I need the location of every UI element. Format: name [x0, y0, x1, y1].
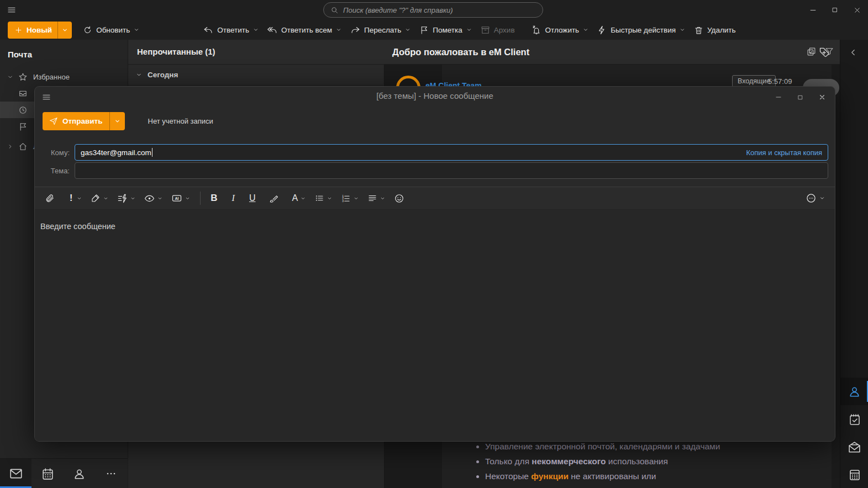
- snooze-bell-icon: [532, 25, 541, 35]
- compose-minimize-button[interactable]: [775, 93, 782, 101]
- features-link[interactable]: функции: [531, 471, 569, 481]
- snooze-button[interactable]: Отложить: [527, 22, 593, 38]
- eye-icon: [144, 193, 155, 204]
- rail-agenda-button[interactable]: [840, 461, 868, 488]
- delete-button[interactable]: Удалить: [690, 22, 740, 38]
- nav-contacts-button[interactable]: [64, 459, 95, 488]
- rail-invitations-button[interactable]: [840, 433, 868, 461]
- favorites-label: Избранное: [33, 73, 70, 81]
- rail-contacts-button[interactable]: [840, 378, 868, 405]
- star-icon: [18, 72, 28, 82]
- chevron-down-icon: [7, 74, 13, 80]
- more-formatting-button[interactable]: [802, 190, 828, 206]
- quick-actions-label: Быстрые действия: [611, 26, 676, 34]
- app-titlebar: Поиск (введите "?" для справки): [0, 0, 868, 20]
- align-button[interactable]: [364, 191, 388, 205]
- compose-titlebar[interactable]: [без темы] - Новое сообщение: [35, 87, 835, 108]
- reply-all-icon: [267, 25, 277, 35]
- delete-label: Удалить: [707, 26, 736, 34]
- cc-bcc-link[interactable]: Копия и скрытая копия: [746, 148, 822, 157]
- refresh-button[interactable]: Обновить: [78, 22, 144, 38]
- add-tag-icon[interactable]: [818, 46, 830, 58]
- priority-button[interactable]: !: [65, 191, 85, 205]
- paper-plane-icon: [49, 116, 58, 125]
- flag-button[interactable]: Пометка: [415, 22, 476, 38]
- nav-calendar-button[interactable]: [32, 459, 64, 488]
- to-input[interactable]: gas34ter@gmail.com Копия и скрытая копия: [75, 144, 828, 161]
- chevron-down-icon: [680, 27, 685, 33]
- new-dropdown-arrow[interactable]: [58, 27, 72, 33]
- message-group-today[interactable]: Сегодня: [128, 65, 383, 86]
- archive-label: Архив: [494, 26, 515, 34]
- message-list-title: Непрочитанные (1): [137, 47, 215, 56]
- new-button-label: Новый: [27, 26, 52, 34]
- format-painter-button[interactable]: [266, 191, 282, 205]
- main-toolbar: Новый Обновить Ответить Ответить всем Пе…: [0, 20, 868, 40]
- archive-icon: [481, 25, 490, 35]
- quick-actions-button[interactable]: Быстрые действия: [593, 22, 690, 38]
- pen-icon: [91, 193, 101, 203]
- numbered-list-button[interactable]: [338, 191, 362, 205]
- ellipsis-icon: [104, 467, 118, 480]
- compose-close-button[interactable]: [818, 93, 826, 101]
- search-input[interactable]: Поиск (введите "?" для справки): [323, 2, 543, 18]
- watch-button[interactable]: [141, 191, 166, 206]
- reply-all-button[interactable]: Ответить всем: [263, 22, 346, 38]
- subject-input[interactable]: [75, 162, 828, 179]
- compose-maximize-button[interactable]: [797, 94, 804, 101]
- forward-label: Переслать: [364, 26, 401, 34]
- envelope-icon: [9, 466, 23, 481]
- archive-button[interactable]: Архив: [476, 22, 519, 38]
- lightning-icon: [597, 25, 607, 35]
- mail-open-icon: [848, 441, 861, 454]
- sidebar-item-favorites[interactable]: Избранное: [0, 68, 128, 85]
- toolbar-divider: [200, 192, 201, 205]
- window-close-button[interactable]: [846, 0, 868, 20]
- inbox-icon: [18, 89, 28, 98]
- quicktext-button[interactable]: [114, 191, 139, 206]
- chevron-down-icon: [336, 27, 341, 33]
- italic-button[interactable]: I: [229, 191, 238, 205]
- chevron-down-icon: [354, 196, 359, 201]
- refresh-label: Обновить: [96, 26, 130, 34]
- bold-button[interactable]: B: [207, 190, 220, 206]
- chevron-down-icon: [185, 196, 190, 201]
- chevron-down-icon: [253, 27, 259, 33]
- refresh-icon: [83, 25, 92, 35]
- collapse-sidebar-icon[interactable]: [848, 47, 858, 57]
- reply-all-label: Ответить всем: [281, 26, 332, 34]
- bullet-list-button[interactable]: [311, 191, 335, 205]
- chevron-down-icon: [130, 196, 135, 201]
- chevron-down-icon: [466, 27, 472, 33]
- attach-button[interactable]: [41, 191, 58, 205]
- window-maximize-button[interactable]: [824, 0, 846, 20]
- ai-button[interactable]: [168, 190, 193, 206]
- compose-body[interactable]: Введите сообщение: [35, 210, 835, 442]
- task-check-icon: [848, 413, 861, 426]
- forward-button[interactable]: Переслать: [346, 22, 415, 38]
- font-color-button[interactable]: A: [289, 191, 309, 205]
- welcome-bullet: Некоторые функции не активированы или: [485, 469, 839, 483]
- compose-window: [без темы] - Новое сообщение Отправить Н…: [34, 86, 835, 442]
- reply-button[interactable]: Ответить: [199, 22, 263, 38]
- nav-mail-button[interactable]: [0, 459, 31, 488]
- search-icon: [330, 6, 339, 14]
- exclamation-icon: !: [68, 193, 74, 203]
- app-menu-icon[interactable]: [7, 5, 17, 15]
- emoji-button[interactable]: [391, 191, 408, 206]
- send-dropdown-arrow[interactable]: [110, 118, 125, 124]
- email-subject-title: Добро пожаловать в eM Client: [392, 47, 529, 57]
- select-all-icon[interactable]: [806, 46, 817, 57]
- send-button[interactable]: Отправить: [43, 112, 125, 130]
- nav-more-button[interactable]: [95, 459, 127, 488]
- chevron-down-icon: [136, 72, 142, 78]
- window-minimize-button[interactable]: [802, 0, 824, 20]
- subject-label: Тема:: [35, 167, 75, 175]
- signature-button[interactable]: [87, 191, 112, 205]
- new-button[interactable]: Новый: [8, 22, 72, 39]
- underline-button[interactable]: U: [246, 191, 259, 205]
- clock-icon: [18, 105, 28, 115]
- chevron-down-icon: [134, 27, 139, 33]
- chevron-down-icon: [301, 196, 306, 201]
- rail-tasks-button[interactable]: [840, 406, 868, 433]
